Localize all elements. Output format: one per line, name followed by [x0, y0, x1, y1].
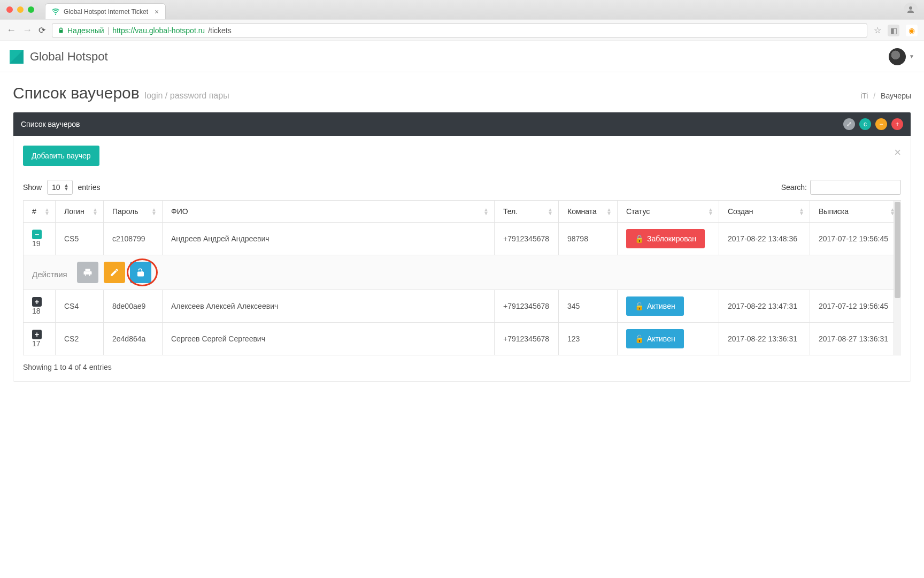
search-wrap: Search:	[781, 180, 901, 195]
bookmark-star-icon[interactable]: ☆	[874, 25, 881, 35]
actions-row: Действия	[24, 255, 901, 290]
cell-name: Андреев Андрей Андреевич	[163, 223, 495, 255]
cell-password: 2e4d864a	[104, 323, 163, 355]
edit-button[interactable]	[104, 262, 125, 283]
wifi-icon	[52, 8, 59, 16]
secure-lock-icon	[58, 27, 64, 34]
length-prefix: Show	[23, 183, 42, 192]
window-minimize-button[interactable]	[17, 6, 24, 13]
table-row: − 19 CS5 c2108799 Андреев Андрей Андреев…	[24, 223, 901, 255]
user-menu[interactable]: ▼	[889, 48, 914, 65]
window-close-button[interactable]	[6, 6, 13, 13]
sort-icon: ▲▼	[799, 208, 804, 215]
print-button[interactable]	[77, 262, 98, 283]
vouchers-panel: Список ваучеров ⤢ c − + Добавить ваучер …	[13, 112, 911, 382]
actions-label: Действия	[32, 270, 67, 279]
unlock-button[interactable]	[130, 262, 151, 283]
breadcrumb: iTi / Ваучеры	[860, 92, 911, 100]
status-active-badge[interactable]: 🔓Активен	[626, 296, 684, 316]
search-label: Search:	[781, 183, 807, 192]
address-bar[interactable]: Надежный | https://vau.global-hotspot.ru…	[52, 23, 867, 38]
sort-icon: ▲▼	[606, 208, 612, 215]
length-menu: Show 10 ▲▼ entries	[23, 180, 100, 195]
unlock-icon: 🔓	[635, 334, 644, 343]
sort-icon: ▲▼	[708, 208, 713, 215]
table-row: + 18 CS4 8de00ae9 Алексеев Алексей Алекс…	[24, 290, 901, 323]
cell-login: CS2	[56, 323, 104, 355]
nav-back-icon[interactable]: ←	[6, 25, 16, 36]
table-row: + 17 CS2 2e4d864a Сергеев Сергей Сергеев…	[24, 323, 901, 355]
col-name[interactable]: ФИО▲▼	[163, 201, 495, 223]
cell-checkout: 2017-08-27 13:36:31	[810, 323, 901, 355]
cell-created: 2017-08-22 13:36:31	[719, 323, 810, 355]
dismiss-icon[interactable]: ×	[894, 146, 901, 159]
browser-chrome: Global Hotspot Internet Ticket × ← → ⟳ Н…	[0, 0, 924, 41]
url-host: vau.global-hotspot.ru	[135, 26, 205, 35]
app-header: Global Hotspot ▼	[0, 41, 924, 72]
expand-row-button[interactable]: +	[32, 330, 42, 339]
panel-collapse-icon[interactable]: ⤢	[843, 118, 855, 130]
cell-password: c2108799	[104, 223, 163, 255]
chevron-down-icon: ▼	[909, 54, 914, 59]
table-scrollbar[interactable]	[894, 201, 901, 355]
cell-login: CS4	[56, 290, 104, 323]
cell-id: 18	[32, 307, 41, 315]
nav-forward-icon[interactable]: →	[22, 25, 32, 36]
cell-room: 123	[559, 323, 618, 355]
chrome-profile-icon[interactable]	[904, 3, 918, 17]
col-room[interactable]: Комната▲▼	[559, 201, 618, 223]
col-login[interactable]: Логин▲▼	[56, 201, 104, 223]
panel-header: Список ваучеров ⤢ c − +	[13, 112, 911, 136]
col-password[interactable]: Пароль▲▼	[104, 201, 163, 223]
status-blocked-badge[interactable]: 🔒Заблокирован	[626, 229, 705, 248]
panel-refresh-icon[interactable]: c	[859, 118, 871, 130]
length-value: 10	[52, 183, 60, 192]
extension-icon-2[interactable]: ◉	[906, 25, 918, 36]
browser-titlebar: Global Hotspot Internet Ticket ×	[0, 0, 924, 19]
breadcrumb-parent[interactable]: iTi	[860, 92, 868, 100]
unlock-icon	[136, 268, 145, 277]
col-status[interactable]: Статус▲▼	[618, 201, 719, 223]
url-scheme: https://	[112, 26, 135, 35]
status-active-badge[interactable]: 🔓Активен	[626, 329, 684, 348]
expand-row-button[interactable]: +	[32, 297, 42, 307]
secure-label: Надежный	[67, 26, 104, 35]
cell-id: 17	[32, 339, 41, 348]
add-voucher-button[interactable]: Добавить ваучер	[23, 146, 99, 166]
cell-phone: +7912345678	[495, 223, 559, 255]
window-maximize-button[interactable]	[28, 6, 34, 13]
cell-phone: +7912345678	[495, 323, 559, 355]
app-logo-icon	[10, 50, 24, 64]
col-id[interactable]: #▲▼	[24, 201, 56, 223]
breadcrumb-current: Ваучеры	[881, 92, 911, 100]
col-created[interactable]: Создан▲▼	[719, 201, 810, 223]
length-select[interactable]: 10 ▲▼	[47, 180, 73, 195]
edit-icon	[110, 268, 119, 277]
url-path: /tickets	[208, 26, 232, 35]
reload-icon[interactable]: ⟳	[38, 25, 45, 35]
tab-close-icon[interactable]: ×	[155, 7, 159, 16]
length-suffix: entries	[78, 183, 100, 192]
unlock-icon: 🔓	[635, 302, 644, 310]
panel-minimize-icon[interactable]: −	[875, 118, 887, 130]
extension-icon-1[interactable]: ◧	[888, 25, 899, 36]
sort-icon: ▲▼	[151, 208, 157, 215]
col-phone[interactable]: Тел.▲▼	[495, 201, 559, 223]
panel-body: Добавить ваучер × Show 10 ▲▼ entries Sea…	[13, 136, 911, 381]
sort-icon: ▲▼	[548, 208, 553, 215]
cell-name: Алексеев Алексей Алексеевич	[163, 290, 495, 323]
panel-title: Список ваучеров	[21, 120, 843, 128]
col-checkout[interactable]: Выписка▲▼	[810, 201, 901, 223]
panel-close-icon[interactable]: +	[891, 118, 903, 130]
cell-login: CS5	[56, 223, 104, 255]
search-input[interactable]	[810, 180, 901, 195]
page: Список ваучеров login / password пары iT…	[0, 72, 924, 393]
browser-tab[interactable]: Global Hotspot Internet Ticket ×	[45, 3, 166, 19]
cell-name: Сергеев Сергей Сергеевич	[163, 323, 495, 355]
select-chevron-icon: ▲▼	[64, 184, 69, 191]
app-name: Global Hotspot	[30, 50, 108, 64]
cell-id: 19	[32, 239, 41, 248]
cell-phone: +7912345678	[495, 290, 559, 323]
collapse-row-button[interactable]: −	[32, 230, 42, 239]
scrollbar-thumb[interactable]	[895, 202, 900, 298]
